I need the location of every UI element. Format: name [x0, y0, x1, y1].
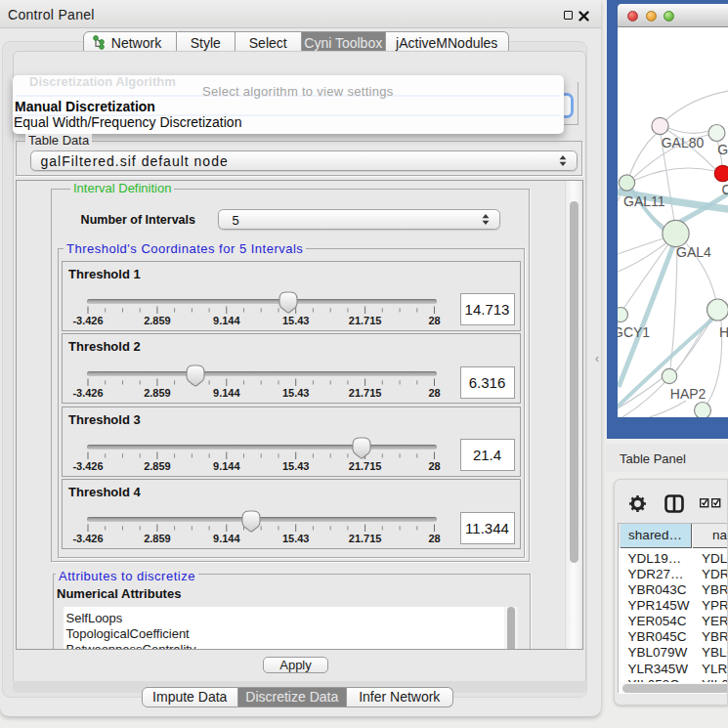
- svg-text:HA: HA: [719, 324, 728, 340]
- svg-text:GAL4: GAL4: [676, 244, 711, 260]
- svg-text:CY: CY: [721, 182, 728, 197]
- svg-text:HAP2: HAP2: [669, 386, 706, 402]
- svg-text:GAL11: GAL11: [623, 193, 665, 209]
- svg-text:GA: GA: [717, 142, 728, 157]
- svg-text:GCY1: GCY1: [618, 324, 650, 340]
- svg-text:GAL80: GAL80: [661, 135, 704, 150]
